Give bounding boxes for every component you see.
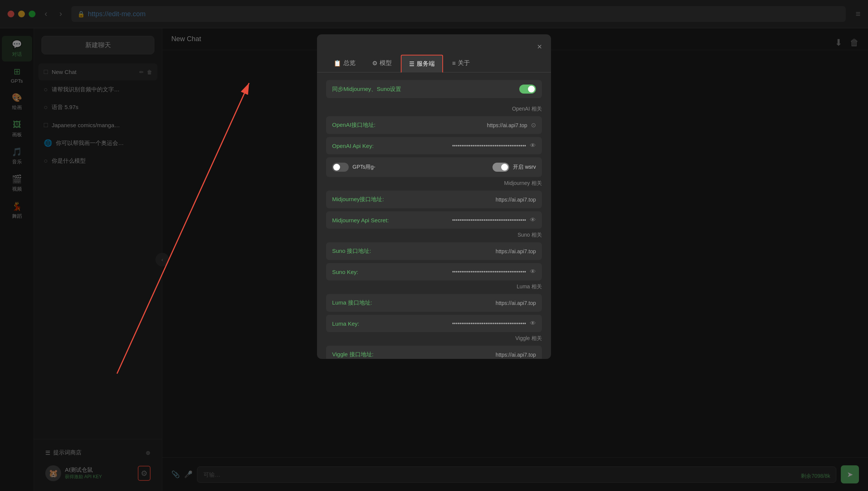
openai-key-value: •••••••••••••••••••••••••••••••••••••••• — [452, 143, 526, 149]
suno-url-value-container: https://ai.api7.top — [496, 248, 536, 254]
model-tab-icon: ⚙ — [372, 60, 377, 67]
openai-url-value: https://ai.api7.top — [487, 122, 527, 128]
tab-about[interactable]: ≡ 关于 — [445, 55, 477, 72]
modal-tabs: 📋 总览 ⚙ 模型 ☰ 服务端 ≡ 关于 — [317, 55, 551, 72]
wsrv-toggle[interactable] — [492, 163, 509, 172]
toggle-row-gpts-wsrv: GPTs用g- 开启 wsrv — [326, 157, 542, 177]
luma-url-row: Luma 接口地址: https://ai.api7.top — [326, 294, 542, 312]
modal-close-button[interactable]: × — [537, 42, 542, 52]
modal-header: × — [317, 34, 551, 52]
midjourney-secret-eye-icon[interactable]: 👁 — [530, 217, 536, 223]
about-tab-icon: ≡ — [452, 60, 456, 67]
midjourney-secret-value-container: ••••••••••••••••••••••••••••••••••••••••… — [452, 217, 536, 223]
gpts-toggle[interactable] — [332, 163, 349, 172]
midjourney-url-value-container: https://ai.api7.top — [496, 197, 536, 203]
viggle-url-row: Viggle 接口地址: https://ai.api7.top — [326, 346, 542, 359]
midjourney-secret-label: Midjourney Api Secret: — [332, 217, 389, 223]
sync-toggle[interactable] — [519, 85, 536, 94]
suno-key-label: Suno Key: — [332, 269, 358, 275]
gpts-toggle-item: GPTs用g- — [332, 163, 376, 172]
viggle-url-value-container: https://ai.api7.top — [496, 352, 536, 358]
tab-server[interactable]: ☰ 服务端 — [401, 55, 443, 72]
openai-url-row: OpenAI接口地址: https://ai.api7.top ⊙ — [326, 116, 542, 134]
viggle-url-label: Viggle 接口地址: — [332, 351, 374, 358]
tab-model[interactable]: ⚙ 模型 — [365, 55, 399, 72]
general-tab-label: 总览 — [343, 59, 356, 67]
sync-label: 同步Midjourney、Suno设置 — [332, 86, 401, 93]
settings-content: 同步Midjourney、Suno设置 OpenAI 相关 OpenAI接口地址… — [317, 72, 551, 359]
suno-section-label: Suno 相关 — [326, 232, 542, 239]
openai-key-row: OpenAI Api Key: ••••••••••••••••••••••••… — [326, 137, 542, 154]
openai-url-label: OpenAI接口地址: — [332, 122, 376, 129]
openai-key-label: OpenAI Api Key: — [332, 143, 374, 149]
suno-url-row: Suno 接口地址: https://ai.api7.top — [326, 242, 542, 260]
server-tab-icon: ☰ — [409, 60, 414, 68]
sync-row: 同步Midjourney、Suno设置 — [326, 80, 542, 98]
suno-key-value-container: ••••••••••••••••••••••••••••••••••••••••… — [452, 268, 536, 275]
luma-url-value-container: https://ai.api7.top — [496, 300, 536, 306]
midjourney-url-value: https://ai.api7.top — [496, 197, 536, 203]
luma-key-label: Luma Key: — [332, 320, 359, 327]
viggle-url-value: https://ai.api7.top — [496, 352, 536, 358]
tab-general[interactable]: 📋 总览 — [326, 55, 363, 72]
openai-key-eye-icon[interactable]: 👁 — [530, 142, 536, 149]
suno-key-row: Suno Key: ••••••••••••••••••••••••••••••… — [326, 263, 542, 280]
openai-section-label: OpenAI 相关 — [326, 106, 542, 112]
viggle-section-label: Viggle 相关 — [326, 335, 542, 342]
luma-url-value: https://ai.api7.top — [496, 300, 536, 306]
server-tab-label: 服务端 — [417, 60, 435, 68]
midjourney-url-row: Midjourney接口地址: https://ai.api7.top — [326, 191, 542, 208]
settings-modal: × 📋 总览 ⚙ 模型 ☰ 服务端 ≡ 关于 同步Midjourney、 — [317, 34, 551, 359]
midjourney-url-label: Midjourney接口地址: — [332, 196, 384, 203]
midjourney-secret-value: •••••••••••••••••••••••••••••••••••••••• — [452, 217, 526, 223]
general-tab-icon: 📋 — [334, 60, 341, 67]
luma-section-label: Luma 相关 — [326, 283, 542, 290]
openai-url-value-container: https://ai.api7.top ⊙ — [487, 122, 536, 129]
openai-url-eye-icon[interactable]: ⊙ — [531, 122, 536, 129]
about-tab-label: 关于 — [458, 59, 470, 67]
openai-key-value-container: ••••••••••••••••••••••••••••••••••••••••… — [452, 142, 536, 149]
suno-url-label: Suno 接口地址: — [332, 248, 371, 255]
midjourney-secret-row: Midjourney Api Secret: •••••••••••••••••… — [326, 211, 542, 229]
model-tab-label: 模型 — [380, 59, 392, 67]
luma-key-value: •••••••••••••••••••••••••••••••••••••••• — [452, 320, 526, 326]
wsrv-toggle-item: 开启 wsrv — [492, 163, 536, 172]
gpts-toggle-label: GPTs用g- — [352, 164, 376, 171]
suno-key-value: •••••••••••••••••••••••••••••••••••••••• — [452, 269, 526, 275]
luma-key-eye-icon[interactable]: 👁 — [530, 320, 536, 327]
wsrv-toggle-label: 开启 wsrv — [513, 164, 536, 171]
luma-url-label: Luma 接口地址: — [332, 299, 372, 306]
midjourney-section-label: Midjourney 相关 — [326, 180, 542, 187]
luma-key-value-container: ••••••••••••••••••••••••••••••••••••••••… — [452, 320, 536, 327]
settings-modal-overlay: × 📋 总览 ⚙ 模型 ☰ 服务端 ≡ 关于 同步Midjourney、 — [0, 0, 868, 491]
suno-url-value: https://ai.api7.top — [496, 248, 536, 254]
suno-key-eye-icon[interactable]: 👁 — [530, 268, 536, 275]
luma-key-row: Luma Key: ••••••••••••••••••••••••••••••… — [326, 315, 542, 332]
